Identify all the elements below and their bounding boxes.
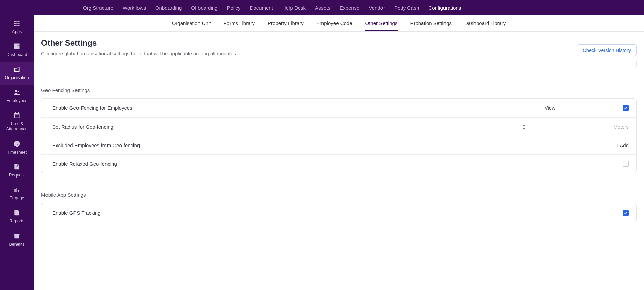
row-enable-gps-tracking: Enable GPS Tracking	[41, 203, 636, 222]
tab-dashboard-library[interactable]: Dashboard Library	[464, 15, 507, 31]
svg-rect-9	[14, 44, 17, 46]
tab-other-settings[interactable]: Other Settings	[365, 15, 398, 31]
sidebar-item-timesheet[interactable]: Timesheet	[0, 136, 34, 159]
sidebar-item-label: Time & Attendance	[1, 121, 32, 132]
sub-nav: Organisation Unit Forms Library Property…	[34, 15, 644, 32]
timesheet-icon	[13, 140, 21, 148]
svg-rect-6	[14, 25, 16, 26]
sidebar-item-label: Reports	[9, 218, 24, 224]
radius-input-group[interactable]: 0 Meters	[515, 118, 636, 136]
mobile-app-card: Enable GPS Tracking	[41, 203, 637, 222]
svg-point-14	[18, 91, 19, 92]
sidebar-item-organisation[interactable]: Organisation	[0, 62, 34, 85]
section-title-geo-fencing: Geo Fencing Settings	[41, 87, 637, 93]
engage-icon	[13, 186, 21, 193]
svg-rect-2	[18, 21, 19, 22]
topnav-workflows[interactable]: Workflows	[123, 5, 146, 11]
topnav-policy[interactable]: Policy	[227, 5, 240, 11]
row-excluded-employees: Excluded Employees from Geo-fencing + Ad…	[41, 136, 636, 154]
topnav-petty-cash[interactable]: Petty Cash	[394, 5, 419, 11]
svg-rect-3	[14, 23, 16, 24]
sidebar-item-label: Engage	[9, 195, 24, 201]
tab-probation-settings[interactable]: Probation Settings	[409, 15, 452, 31]
row-enable-geo-fencing: Enable Geo-Fencing for Employees View	[41, 99, 636, 117]
svg-rect-16	[16, 188, 17, 192]
sidebar-item-label: Timesheet	[7, 150, 27, 155]
svg-rect-12	[14, 46, 17, 49]
topnav-onboarding[interactable]: Onboarding	[155, 5, 182, 11]
section-title-mobile-app: Mobile App Settings	[41, 192, 637, 198]
row-label: Excluded Employees from Geo-fencing	[52, 142, 616, 148]
topnav-assets[interactable]: Assets	[315, 5, 330, 11]
top-nav: Org Structure Workflows Onboarding Offbo…	[0, 0, 644, 15]
benefits-icon	[13, 232, 21, 236]
svg-rect-7	[16, 25, 17, 26]
svg-rect-5	[18, 23, 19, 24]
geo-fencing-card: Enable Geo-Fencing for Employees View Se…	[41, 98, 637, 173]
sidebar-item-engage[interactable]: Engage	[0, 182, 34, 205]
svg-rect-1	[16, 21, 17, 22]
previous-card-bottom	[41, 61, 637, 68]
page-header: Other Settings Configure global organisa…	[41, 38, 637, 56]
svg-rect-11	[17, 46, 20, 49]
radius-unit: Meters	[613, 124, 629, 130]
svg-rect-0	[14, 21, 16, 22]
svg-rect-10	[17, 44, 20, 45]
svg-rect-15	[14, 189, 16, 192]
add-link[interactable]: + Add	[616, 142, 629, 148]
checkbox-enable-relaxed-geo-fencing[interactable]	[623, 161, 629, 167]
organisation-icon	[13, 66, 21, 73]
sidebar-item-label: Apps	[12, 29, 22, 34]
sidebar-item-request[interactable]: Request	[0, 159, 34, 182]
sidebar-item-time-attendance[interactable]: Time & Attendance	[0, 107, 34, 136]
main-content: Other Settings Configure global organisa…	[34, 0, 644, 236]
radius-value: 0	[523, 124, 525, 130]
dashboard-icon	[13, 42, 21, 50]
row-label: Enable Relaxed Geo-fencing	[52, 161, 623, 167]
topnav-configurations[interactable]: Configurations	[428, 5, 461, 11]
sidebar-item-label: Organisation	[5, 75, 29, 80]
sidebar-item-reports[interactable]: Reports	[0, 205, 34, 228]
tab-property-library[interactable]: Property Library	[267, 15, 304, 31]
sidebar-item-apps[interactable]: Apps	[0, 15, 34, 38]
row-label: Enable GPS Tracking	[52, 210, 623, 216]
row-set-radius: Set Radius for Geo-fencing 0 Meters	[41, 117, 636, 136]
sidebar-item-employees[interactable]: Employees	[0, 85, 34, 107]
svg-point-13	[15, 90, 17, 92]
employees-icon	[13, 89, 21, 96]
sidebar-item-label: Employees	[6, 98, 27, 103]
sidebar: Apps Dashboard Organisation Employees Ti…	[0, 0, 34, 236]
sidebar-item-dashboard[interactable]: Dashboard	[0, 38, 34, 61]
sidebar-item-label: Dashboard	[6, 52, 27, 57]
tab-organisation-unit[interactable]: Organisation Unit	[171, 15, 212, 31]
svg-rect-8	[18, 25, 19, 26]
topnav-help-desk[interactable]: Help Desk	[282, 5, 306, 11]
page-description: Configure global organisational settings…	[41, 51, 237, 56]
check-version-history-button[interactable]: Check Version History	[577, 44, 637, 56]
apps-icon	[13, 20, 21, 27]
reports-icon	[13, 209, 21, 216]
topnav-org-structure[interactable]: Org Structure	[83, 5, 113, 11]
sidebar-item-label: Request	[9, 172, 25, 178]
svg-rect-4	[16, 23, 17, 24]
row-label: Enable Geo-Fencing for Employees	[52, 105, 545, 111]
page-title: Other Settings	[41, 38, 237, 48]
view-link[interactable]: View	[545, 105, 555, 111]
topnav-offboarding[interactable]: Offboarding	[191, 5, 217, 11]
checkbox-enable-gps-tracking[interactable]	[623, 210, 629, 216]
sidebar-item-benefits[interactable]: Benefits	[0, 228, 34, 236]
topnav-expense[interactable]: Expense	[340, 5, 359, 11]
row-enable-relaxed-geo-fencing: Enable Relaxed Geo-fencing	[41, 154, 636, 173]
request-icon	[13, 163, 21, 170]
time-attendance-icon	[13, 111, 21, 119]
checkbox-enable-geo-fencing[interactable]	[623, 105, 629, 111]
row-label: Set Radius for Geo-fencing	[52, 124, 515, 130]
topnav-document[interactable]: Document	[250, 5, 273, 11]
topnav-vendor[interactable]: Vendor	[369, 5, 385, 11]
tab-forms-library[interactable]: Forms Library	[223, 15, 256, 31]
svg-rect-17	[18, 190, 19, 192]
tab-employee-code[interactable]: Employee Code	[316, 15, 353, 31]
